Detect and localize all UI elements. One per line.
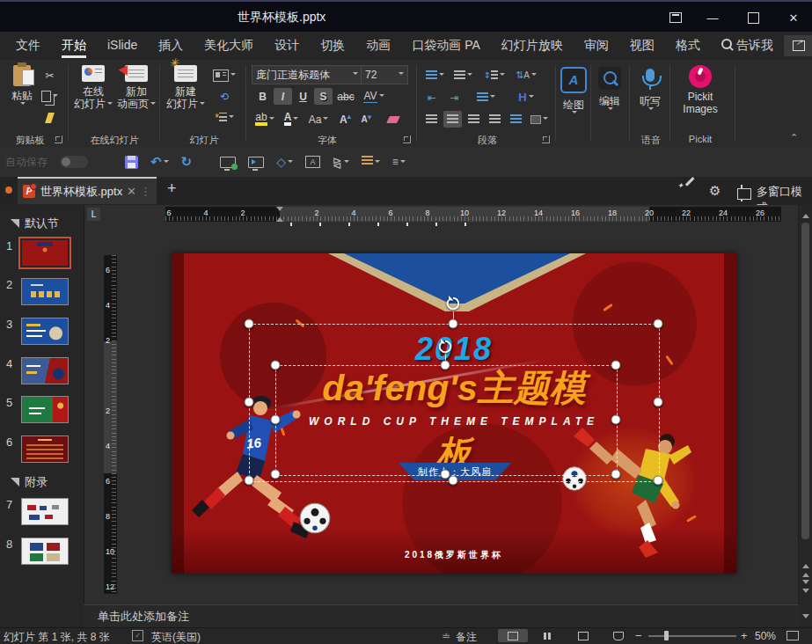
- save-icon[interactable]: [125, 156, 138, 169]
- format-painter-button[interactable]: [40, 109, 59, 126]
- selection-handle[interactable]: [441, 361, 450, 370]
- font-color-button[interactable]: A: [280, 111, 303, 128]
- dictate-button[interactable]: 听写: [635, 69, 665, 113]
- selection-handle[interactable]: [271, 470, 281, 479]
- collapse-ribbon-button[interactable]: ⌃: [790, 132, 798, 143]
- bold-button[interactable]: B: [253, 88, 272, 105]
- close-document-icon[interactable]: ✕: [127, 185, 136, 198]
- settings-gear-button[interactable]: ⚙: [709, 183, 721, 199]
- flip-button[interactable]: ⧎: [333, 156, 349, 169]
- line-spacing-button[interactable]: ⇕: [482, 67, 507, 84]
- justify-button[interactable]: [486, 111, 504, 128]
- scrollbar-thumb[interactable]: [801, 223, 809, 539]
- next-slide-button[interactable]: [799, 581, 812, 595]
- distribute-text-button[interactable]: H: [514, 89, 538, 106]
- text-box-button[interactable]: A: [305, 156, 320, 168]
- section-header-default[interactable]: 默认节: [11, 216, 59, 231]
- section-header-appendix[interactable]: 附录: [11, 474, 48, 490]
- slide-sorter-view-button[interactable]: [533, 629, 563, 642]
- decrease-indent-button[interactable]: ⇤: [422, 89, 441, 106]
- selection-handle[interactable]: [611, 470, 621, 479]
- tab-format[interactable]: 格式: [665, 32, 711, 60]
- increase-indent-button[interactable]: ⇥: [445, 89, 464, 106]
- zoom-out-button[interactable]: −: [635, 629, 642, 642]
- outline-level-button[interactable]: [362, 156, 380, 168]
- zoom-slider-track[interactable]: [648, 635, 736, 637]
- tab-stop[interactable]: [465, 223, 466, 226]
- shrink-font-button[interactable]: A▾: [357, 111, 376, 128]
- autosave-toggle[interactable]: [60, 156, 88, 168]
- font-dialog-launcher[interactable]: [403, 135, 411, 143]
- selection-handle[interactable]: [441, 470, 450, 479]
- columns-button[interactable]: [473, 89, 498, 106]
- selection-handle[interactable]: [271, 361, 281, 370]
- italic-button[interactable]: I: [274, 88, 292, 105]
- cut-button[interactable]: ✂: [40, 67, 59, 84]
- shapes-button[interactable]: ◇: [276, 155, 293, 169]
- selection-handle[interactable]: [245, 476, 254, 486]
- selection-handle[interactable]: [654, 398, 663, 407]
- paragraph-dialog-launcher[interactable]: [542, 135, 550, 143]
- selection-handle[interactable]: [654, 319, 663, 329]
- selection-handle[interactable]: [654, 476, 663, 486]
- slideshow-view-button[interactable]: [604, 629, 633, 642]
- new-document-tab-button[interactable]: +: [167, 179, 177, 198]
- slide-3-thumbnail[interactable]: [21, 318, 69, 345]
- character-spacing-button[interactable]: AV: [361, 88, 387, 105]
- distribute-button[interactable]: [507, 111, 525, 128]
- underline-button[interactable]: U: [294, 88, 312, 105]
- redo-button[interactable]: ↻: [181, 154, 193, 170]
- minimize-button[interactable]: —: [699, 7, 726, 28]
- reading-view-button[interactable]: [568, 629, 598, 642]
- tab-stop[interactable]: [435, 223, 437, 226]
- align-left-button[interactable]: [422, 111, 441, 128]
- slide-1-editing-surface[interactable]: 16 2018 da'feng's主题模 WORLD CUP THE: [172, 253, 736, 574]
- tab-more-icon[interactable]: ⋮: [140, 185, 151, 198]
- present-cast-icon[interactable]: [248, 157, 264, 168]
- tell-me-search[interactable]: 告诉我: [711, 32, 784, 60]
- text-direction-button[interactable]: ⇅A: [514, 67, 538, 84]
- share-button[interactable]: [784, 35, 812, 56]
- vertical-scrollbar[interactable]: [798, 205, 812, 626]
- tab-view[interactable]: 视图: [619, 32, 665, 60]
- undo-button[interactable]: ↶: [150, 154, 169, 170]
- indent-marker[interactable]: [275, 207, 285, 222]
- online-slides-button[interactable]: 在线 幻灯片: [74, 65, 113, 110]
- customize-quickbar-button[interactable]: ≡: [392, 156, 406, 168]
- notes-panel[interactable]: 单击此处添加备注: [84, 604, 799, 628]
- selection-handle[interactable]: [245, 398, 254, 407]
- tab-stop[interactable]: [348, 223, 350, 226]
- slide-4-thumbnail[interactable]: [21, 357, 69, 384]
- new-slide-button[interactable]: 新建 幻灯片: [165, 65, 206, 110]
- notes-placeholder[interactable]: 单击此处添加备注: [98, 609, 189, 625]
- inner-text-box[interactable]: [275, 365, 618, 476]
- clipboard-dialog-launcher[interactable]: [55, 135, 62, 143]
- smartart-convert-button[interactable]: [528, 111, 551, 128]
- tab-stop[interactable]: [406, 223, 408, 226]
- selection-handle[interactable]: [449, 319, 458, 329]
- tab-beautify[interactable]: 美化大师: [194, 32, 264, 60]
- tab-stop[interactable]: [319, 223, 321, 226]
- pickit-images-button[interactable]: Pickit Images: [676, 65, 725, 115]
- rotate-handle-inner[interactable]: [437, 339, 453, 355]
- zoom-in-button[interactable]: +: [741, 629, 748, 642]
- strikethrough-button[interactable]: abc: [334, 88, 357, 105]
- new-animation-page-button[interactable]: 新加 动画页: [116, 65, 157, 110]
- tab-selector[interactable]: L: [87, 208, 100, 221]
- tab-slideshow[interactable]: 幻灯片放映: [491, 32, 574, 60]
- slide-outline-button[interactable]: *: [211, 109, 238, 126]
- slide-1-thumbnail[interactable]: [18, 237, 71, 269]
- notes-toggle-button[interactable]: 备注: [456, 630, 477, 644]
- align-right-button[interactable]: [465, 111, 483, 128]
- tab-animation[interactable]: 动画: [355, 32, 401, 60]
- bullets-button[interactable]: [422, 67, 447, 84]
- selection-handle[interactable]: [245, 319, 254, 329]
- highlight-color-button[interactable]: ab: [253, 111, 276, 128]
- tab-stop[interactable]: [377, 223, 379, 226]
- tab-design[interactable]: 设计: [264, 32, 310, 60]
- language-indicator[interactable]: 英语(美国): [151, 630, 201, 644]
- selection-handle[interactable]: [611, 361, 621, 370]
- horizontal-ruler[interactable]: 6 4 2 2 4 6 8 10 12 14 16 18 20 22 24 26: [165, 207, 781, 222]
- selection-handle[interactable]: [611, 415, 621, 425]
- slide-footer-text[interactable]: 2018俄罗斯世界杯: [172, 549, 736, 561]
